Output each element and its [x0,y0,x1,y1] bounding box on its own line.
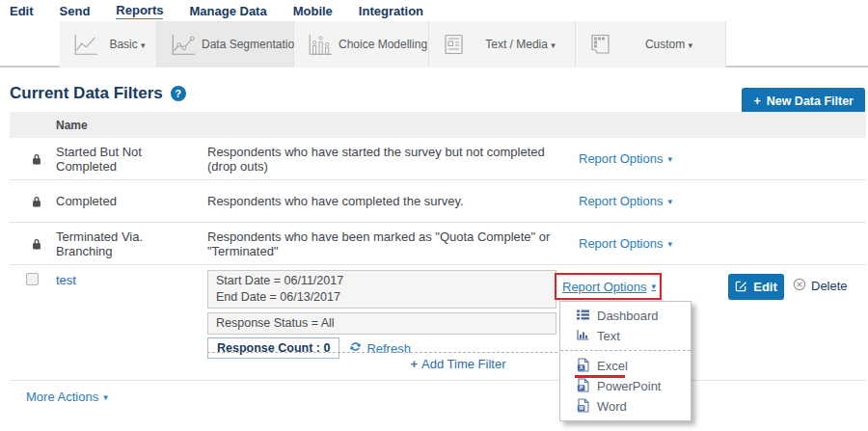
nav-item-integration[interactable]: Integration [359,4,423,18]
nav-item-manage-data[interactable]: Manage Data [189,4,266,18]
plus-icon: + [410,357,418,371]
new-data-filter-button[interactable]: + New Data Filter [742,88,865,114]
page-title-text: Current Data Filters [10,84,163,103]
line-chart-icon [71,33,98,57]
caret-down-icon: ▾ [651,282,656,291]
response-status-line: Response Status = All [216,315,548,332]
caret-down-icon: ▾ [141,40,146,50]
report-tabs: Basic ▾ Data Segmentation ▾ Choice Model… [0,21,868,67]
filter-name: Completed [46,194,198,208]
tab-custom[interactable]: Custom ▾ [576,21,726,67]
delete-button[interactable]: Delete [793,278,848,294]
lock-icon [10,238,46,250]
caret-down-icon: ▾ [667,239,672,249]
table-row-started-but-not-completed: Started But Not Completed Respondents wh… [10,138,866,180]
table-header: Name [10,112,866,138]
menu-item-dashboard[interactable]: Dashboard [560,306,691,326]
menu-item-excel[interactable]: X Excel [560,356,691,376]
filter-description: Respondents who have completed the surve… [198,194,569,208]
report-options-link[interactable]: Report Options▾ [579,236,672,251]
nav-item-mobile[interactable]: Mobile [293,4,333,18]
menu-item-word[interactable]: W Word [560,396,691,417]
date-filter-box: Start Date = 06/11/2017 End Date = 06/13… [207,270,556,309]
menu-divider [560,350,691,351]
refresh-link[interactable]: Refresh [349,340,411,356]
table-row-completed: Completed Respondents who have completed… [10,180,866,223]
filter-details: Start Date = 06/11/2017 End Date = 06/13… [207,270,556,359]
filter-name: Terminated Via. Branching [46,229,198,258]
menu-item-text[interactable]: Text [560,326,691,346]
data-filters-table: Name Started But Not Completed Responden… [10,112,866,381]
caret-down-icon: ▾ [667,197,672,206]
tab-label: Custom ▾ [612,38,725,51]
help-icon[interactable]: ? [171,86,186,101]
add-time-filter-link[interactable]: +Add Time Filter [410,357,505,371]
excel-file-icon: X [577,358,589,375]
tab-text-media[interactable]: Text / Media ▾ [429,21,576,67]
svg-text:W: W [579,405,583,411]
more-actions-link[interactable]: More Actions▾ [26,390,108,404]
filter-name[interactable]: test [56,273,76,287]
response-count-row: Response Count : 0 Refresh [207,337,556,359]
nav-item-reports[interactable]: Reports [116,3,163,19]
divider [207,352,567,353]
custom-report-icon [587,32,612,57]
plus-icon: + [753,94,760,108]
row-checkbox[interactable] [26,273,39,285]
report-options-link-open[interactable]: Report Options▾ [562,280,656,294]
newspaper-icon [441,32,466,57]
caret-down-icon: ▾ [667,154,672,164]
page-title: Current Data Filters ? [10,84,186,103]
top-navigation: Edit Send Reports Manage Data Mobile Int… [10,0,449,21]
tab-label: Text / Media ▾ [466,38,575,51]
nav-item-send[interactable]: Send [60,4,91,18]
filter-description: Respondents who have been marked as "Quo… [198,229,569,258]
table-row-test: test Start Date = 06/11/2017 End Date = … [10,265,866,381]
dashboard-icon [577,309,589,323]
edit-button[interactable]: Edit [728,274,784,300]
annotation-highlight-box: Report Options▾ [555,273,662,300]
caret-down-icon: ▾ [103,392,108,402]
tab-choice-modelling[interactable]: Choice Modelling ▾ [294,21,429,67]
tab-label: Basic ▾ [98,38,156,51]
refresh-icon [349,340,362,356]
tab-data-segmentation[interactable]: Data Segmentation ▾ [157,21,294,67]
delete-circle-x-icon [793,278,806,294]
name-column-header: Name [56,119,88,132]
edit-pencil-icon [735,280,747,295]
caret-down-icon: ▾ [689,40,693,50]
menu-item-powerpoint[interactable]: P PowerPoint [560,376,691,396]
current-data-filters-page: Edit Send Reports Manage Data Mobile Int… [0,0,868,431]
lock-icon [10,153,46,165]
tab-label: Choice Modelling ▾ [333,38,441,51]
end-date-line: End Date = 06/13/2017 [216,289,548,306]
response-count-badge: Response Count : 0 [207,337,339,359]
word-file-icon: W [577,398,589,416]
start-date-line: Start Date = 06/11/2017 [216,273,548,289]
report-options-link[interactable]: Report Options▾ [579,151,672,166]
powerpoint-file-icon: P [577,378,589,395]
response-status-box: Response Status = All [207,312,556,335]
lock-icon [10,196,46,207]
caret-down-icon: ▾ [551,40,556,50]
nav-item-edit[interactable]: Edit [10,4,34,18]
bar-chart-icon [577,329,589,343]
report-options-link[interactable]: Report Options▾ [579,194,672,208]
table-row-terminated-via-branching: Terminated Via. Branching Respondents wh… [10,223,866,265]
svg-text:X: X [580,364,583,370]
lollipop-chart-icon [306,33,333,57]
filter-name: Started But Not Completed [46,145,198,174]
filter-description: Respondents who have started the survey … [198,145,569,174]
scatter-chart-icon [169,33,196,57]
tab-basic[interactable]: Basic ▾ [60,21,157,67]
svg-text:P: P [580,385,583,391]
report-options-menu: Dashboard Text X Excel P PowerPoint W [559,301,692,421]
